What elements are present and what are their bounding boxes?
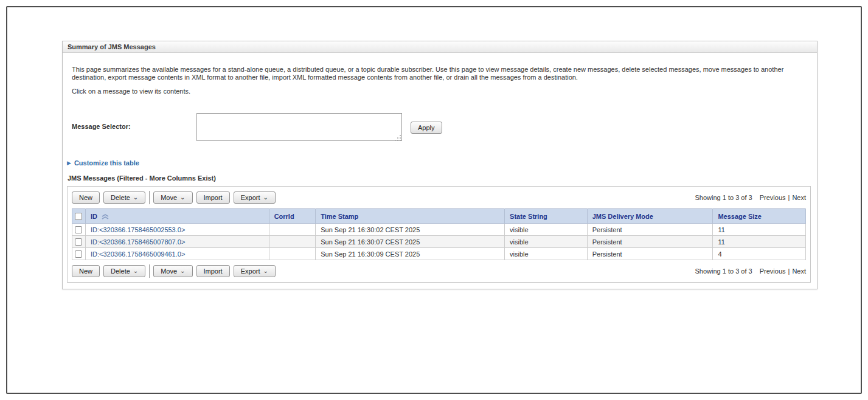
row-checkbox[interactable] [75,238,82,246]
move-button[interactable]: Move⌄ [153,191,192,204]
message-id-link[interactable]: ID:<320366.1758465002553.0> [91,226,185,233]
table-row: ID:<320366.1758465007807.0> Sun Sep 21 1… [72,236,806,248]
export-button-label: Export [241,267,260,275]
import-button[interactable]: Import [196,191,230,204]
row-checkbox[interactable] [75,250,82,258]
column-header-size[interactable]: Message Size [713,209,806,224]
chevron-down-icon: ⌄ [133,195,138,200]
pagination-separator: | [788,267,790,275]
table-header-row: ID CorrId Time Stamp State String JMS De… [72,209,806,224]
row-checkbox[interactable] [75,226,82,233]
toolbar-divider [149,191,150,204]
pagination-top: Showing 1 to 3 of 3 Previous | Next [695,194,806,201]
table-toolbar-bottom: New Delete⌄ Move⌄ Import Export⌄ Showing… [72,264,806,278]
panel-body: This page summarizes the available messa… [63,53,817,289]
timestamp-cell: Sun Sep 21 16:30:09 CEST 2025 [316,248,505,260]
table-toolbar-top: New Delete⌄ Move⌄ Import Export⌄ Showing… [72,191,806,204]
table-container: New Delete⌄ Move⌄ Import Export⌄ Showing… [67,186,811,283]
message-selector-input[interactable] [196,113,402,141]
pagination-bottom: Showing 1 to 3 of 3 Previous | Next [695,267,806,275]
timestamp-cell: Sun Sep 21 16:30:07 CEST 2025 [316,236,505,248]
browser-viewport-frame: Summary of JMS Messages This page summar… [6,6,862,394]
resize-grip-icon[interactable] [395,135,401,140]
delivery-mode-cell: Persistent [587,248,713,260]
showing-count: Showing 1 to 3 of 3 [695,194,752,201]
column-header-id-label: ID [91,213,97,220]
select-all-checkbox[interactable] [75,213,82,220]
jms-messages-table: ID CorrId Time Stamp State String JMS De… [72,209,806,260]
showing-count: Showing 1 to 3 of 3 [695,267,752,275]
export-button-label: Export [241,194,260,201]
message-id-link[interactable]: ID:<320366.1758465007807.0> [91,238,185,246]
table-row: ID:<320366.1758465002553.0> Sun Sep 21 1… [72,224,806,236]
new-button[interactable]: New [72,191,100,204]
customize-table-row: ▶ Customize this table [67,159,811,167]
sort-ascending-icon [101,214,109,219]
customize-table-link[interactable]: Customize this table [74,159,139,167]
size-cell: 11 [713,224,806,236]
corrid-cell [269,248,316,260]
message-selector-row: Message Selector: Apply [72,113,811,142]
chevron-down-icon: ⌄ [180,269,185,274]
import-button[interactable]: Import [196,265,230,277]
state-cell: visible [505,248,588,260]
page-description: This page summarizes the available messa… [72,66,793,81]
page-instruction: Click on a message to view its contents. [72,88,811,95]
move-button-label: Move [161,267,177,275]
corrid-cell [269,236,316,248]
delete-button-label: Delete [111,194,130,201]
delivery-mode-cell: Persistent [587,224,713,236]
corrid-cell [269,224,316,236]
message-selector-label: Message Selector: [72,113,196,130]
apply-button[interactable]: Apply [411,122,442,134]
export-button[interactable]: Export⌄ [234,191,276,204]
size-cell: 4 [713,248,806,260]
next-link[interactable]: Next [792,267,806,275]
jms-messages-panel: Summary of JMS Messages This page summar… [62,41,818,289]
column-header-id[interactable]: ID [85,209,269,224]
timestamp-cell: Sun Sep 21 16:30:02 CEST 2025 [316,224,505,236]
delete-button[interactable]: Delete⌄ [103,191,145,204]
next-link[interactable]: Next [792,194,806,201]
previous-link[interactable]: Previous [760,267,786,275]
delete-button[interactable]: Delete⌄ [103,265,145,277]
column-header-state[interactable]: State String [505,209,588,224]
page-title: Summary of JMS Messages [63,41,817,53]
column-header-timestamp[interactable]: Time Stamp [316,209,505,224]
pagination-separator: | [788,194,790,201]
export-button[interactable]: Export⌄ [234,265,276,277]
table-title: JMS Messages (Filtered - More Columns Ex… [68,174,811,182]
message-selector-wrap [196,113,402,142]
delivery-mode-cell: Persistent [587,236,713,248]
chevron-down-icon: ⌄ [263,195,268,200]
message-id-link[interactable]: ID:<320366.1758465009461.0> [91,250,185,258]
state-cell: visible [505,224,588,236]
move-button[interactable]: Move⌄ [153,265,192,277]
state-cell: visible [505,236,588,248]
chevron-down-icon: ⌄ [133,269,138,274]
delete-button-label: Delete [111,267,130,275]
new-button[interactable]: New [72,265,100,277]
column-header-corrid[interactable]: CorrId [269,209,316,224]
move-button-label: Move [161,194,177,201]
chevron-down-icon: ⌄ [180,195,185,200]
expand-arrow-icon: ▶ [67,160,71,166]
table-row: ID:<320366.1758465009461.0> Sun Sep 21 1… [72,248,806,260]
column-header-delivery-mode[interactable]: JMS Delivery Mode [587,209,713,224]
size-cell: 11 [713,236,806,248]
chevron-down-icon: ⌄ [263,269,268,274]
previous-link[interactable]: Previous [760,194,786,201]
toolbar-divider [149,264,150,278]
